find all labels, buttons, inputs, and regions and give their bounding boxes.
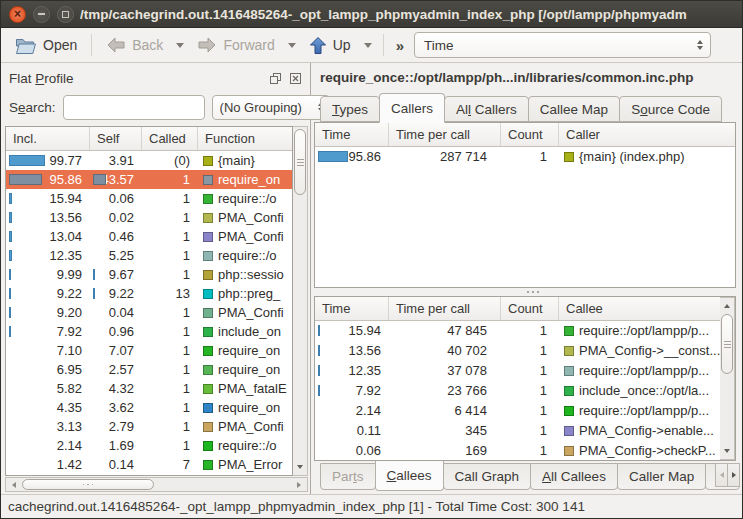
self-value: 0.06 [109,191,134,206]
name-cell: PMA_Config->__const... [559,341,720,361]
flat-profile-row[interactable]: 2.141.691require::/o [6,436,292,455]
event-type-combobox[interactable]: Time [414,32,711,58]
search-label: Search: [9,100,56,115]
column-header-self[interactable]: Self [90,127,142,150]
scroll-down-button[interactable] [721,444,733,458]
close-dock-button[interactable] [288,71,302,85]
arrow-right-icon [297,482,301,488]
flat-profile-horizontal-scrollbar[interactable] [5,477,308,492]
flat-profile-row[interactable]: 3.132.791PMA_Confi [6,417,292,436]
flat-profile-row[interactable]: 6.952.571require_on [6,360,292,379]
open-button[interactable]: Open [9,33,83,58]
flat-profile-row[interactable]: 9.999.671php::sessio [6,265,292,284]
search-input[interactable] [63,95,205,120]
tab-source-code[interactable]: Source Code [619,96,722,122]
scroll-right-button[interactable] [292,479,306,490]
scrollbar-thumb[interactable] [294,129,306,195]
callee-row[interactable]: 7.9223 7661include_once::/opt/la... [315,381,720,401]
tab-label: All Callers [456,102,517,117]
column-header-callee[interactable]: Callee [559,297,720,320]
column-header-caller[interactable]: Caller [559,123,735,146]
tab-call-graph[interactable]: Call Graph [443,463,532,490]
flat-profile-row[interactable]: 1.400.102PMA_Co [6,474,292,475]
back-button[interactable]: Back [100,33,169,57]
time-value: 0.06 [356,443,381,458]
forward-button[interactable]: Forward [191,33,280,57]
column-header-count[interactable]: Count [501,123,559,146]
flat-profile-row[interactable]: 99.773.91(0){main} [6,151,292,170]
incl-value: 5.82 [57,381,82,396]
flat-profile-row[interactable]: 5.824.321PMA_fatalE [6,379,292,398]
flat-profile-row[interactable]: 12.355.251require::/o [6,246,292,265]
callee-row[interactable]: 0.113451PMA_Config->enable... [315,421,720,441]
callee-row[interactable]: 13.5640 7021PMA_Config->__const... [315,341,720,361]
caller-row[interactable]: 95.86287 7141{main} (index.php) [315,147,735,167]
flat-profile-row[interactable]: 95.8643.571require_on [6,170,292,189]
cost-bar [9,288,11,299]
column-header-time-per-call[interactable]: Time per call [389,297,501,320]
up-button[interactable]: Up [303,33,357,58]
column-header-time-per-call[interactable]: Time per call [389,123,501,146]
toolbar-overflow-chevron[interactable]: » [396,37,404,54]
titlebar[interactable]: × /tmp/cachegrind.out.1416485264-_opt_la… [1,1,742,28]
tab-callees[interactable]: Callees [375,461,444,491]
tab-all-callers[interactable]: All Callers [444,96,529,122]
scroll-up-button[interactable] [721,299,733,313]
flat-profile-row[interactable]: 9.229.2213php::preg_ [6,284,292,303]
splitter-handle[interactable] [311,288,742,296]
tab-callee-map[interactable]: Callee Map [528,96,620,122]
cost-bar [9,326,11,337]
maximize-window-button[interactable] [57,6,74,23]
flat-profile-vertical-scrollbar[interactable] [293,126,308,476]
self-cell: 0.10 [90,474,142,475]
scrollbar-thumb[interactable] [22,479,154,490]
float-dock-button[interactable] [268,71,282,85]
callee-row[interactable]: 2.146 4141require::/opt/lampp/p... [315,401,720,421]
tab-parts[interactable]: Parts [320,463,376,490]
callee-row[interactable]: 0.061691PMA_Config->checkP... [315,441,720,460]
close-icon [289,72,302,85]
self-cell: 0.06 [90,189,142,208]
callee-row[interactable]: 12.3537 0781require::/opt/lampp/p... [315,361,720,381]
flat-profile-row[interactable]: 9.200.041PMA_Confi [6,303,292,322]
flat-profile-row[interactable]: 15.940.061require::/o [6,189,292,208]
column-header-called[interactable]: Called [142,127,198,150]
forward-dropdown-caret-icon[interactable] [288,43,296,48]
minimize-window-button[interactable] [33,6,50,23]
flat-profile-row[interactable]: 4.353.621require_on [6,398,292,417]
flat-profile-row[interactable]: 13.040.461PMA_Confi [6,227,292,246]
callee-row[interactable]: 15.9447 8451require::/opt/lampp/p... [315,321,720,341]
scroll-left-button[interactable] [7,479,21,490]
cost-bar [318,385,320,396]
back-dropdown-caret-icon[interactable] [176,43,184,48]
callees-vertical-scrollbar[interactable] [720,297,735,460]
function-name: require::/opt/lampp/p... [579,361,709,381]
column-header-function[interactable]: Function [198,127,292,150]
function-type-icon [564,446,574,456]
flat-profile-row[interactable]: 7.107.071require_on [6,341,292,360]
self-cell: 2.79 [90,417,142,436]
tab-caller-map[interactable]: Caller Map [617,463,706,490]
tab-types[interactable]: Types [320,96,380,122]
tab-scroller [716,463,740,487]
flat-profile-row[interactable]: 7.920.961include_on [6,322,292,341]
column-header-incl[interactable]: Incl. [6,127,90,150]
function-name: require_on [218,170,280,189]
scrollbar-thumb[interactable] [721,314,733,374]
up-dropdown-caret-icon[interactable] [364,43,372,48]
column-header-time[interactable]: Time [315,297,389,320]
function-type-icon [564,426,574,436]
incl-cell: 9.99 [6,265,90,284]
flat-profile-row[interactable]: 13.560.021PMA_Confi [6,208,292,227]
incl-value: 13.04 [49,229,82,244]
column-header-time[interactable]: Time [315,123,389,146]
tab-callers[interactable]: Callers [379,93,445,123]
column-header-count[interactable]: Count [501,297,559,320]
time-per-call-cell: 40 702 [389,341,501,361]
close-window-button[interactable]: × [9,6,26,23]
scroll-down-button[interactable] [294,460,306,474]
flat-profile-row[interactable]: 1.420.147PMA_Error [6,455,292,474]
tab-all-callees[interactable]: All Callees [530,463,618,490]
arrow-left-icon [12,482,16,488]
tab-scroll-right-button[interactable] [727,463,740,487]
